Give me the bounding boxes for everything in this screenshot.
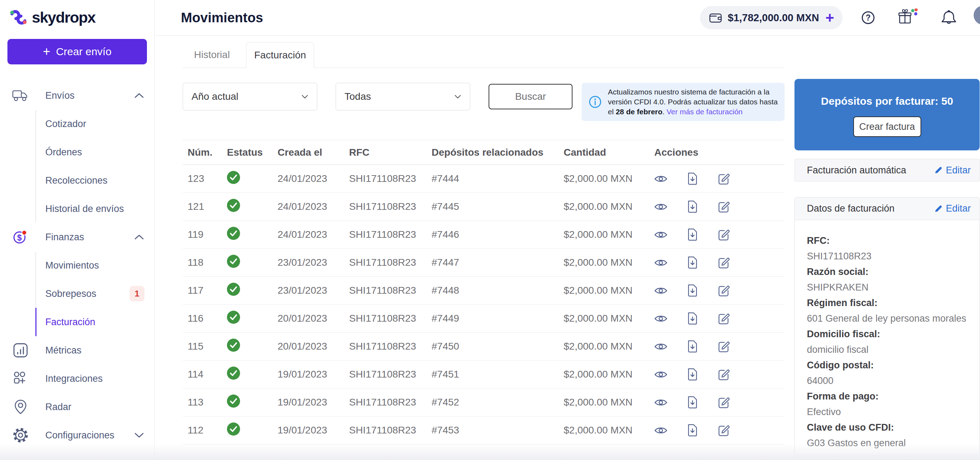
edit-icon[interactable]: [718, 396, 730, 408]
cell-deposit: #7444: [431, 173, 564, 184]
gift-icon[interactable]: [898, 8, 918, 27]
envios-subnav: Cotizador Órdenes Recolecciones Historia…: [0, 110, 154, 223]
cell-num: 121: [188, 201, 227, 212]
cell-deposit: #7448: [431, 285, 564, 296]
view-eye-icon[interactable]: [654, 202, 667, 211]
info-icon: [588, 95, 602, 109]
download-document-icon[interactable]: [687, 368, 698, 381]
view-eye-icon[interactable]: [654, 286, 667, 295]
banner-deadline: 28 de febrero: [616, 108, 662, 116]
tab-historial[interactable]: Historial: [183, 42, 241, 68]
table-row: 113 19/01/2023 SHI171108R23 #7452 $2,000…: [183, 389, 784, 417]
view-eye-icon[interactable]: [654, 398, 667, 407]
billing-data-edit-link[interactable]: Editar: [934, 203, 971, 214]
table-row: 112 19/01/2023 SHI171108R23 #7453 $2,000…: [183, 417, 784, 444]
sidebar-item-ordenes[interactable]: Órdenes: [0, 138, 154, 166]
skydropx-logo[interactable]: skydropx: [0, 0, 154, 28]
field-label: Razón social:: [807, 264, 969, 279]
col-rfc: RFC: [349, 147, 431, 158]
avatar[interactable]: [974, 6, 980, 25]
download-document-icon[interactable]: [687, 256, 698, 269]
sidebar-item-envios[interactable]: Envíos: [0, 81, 154, 110]
edit-icon[interactable]: [718, 312, 730, 325]
year-select[interactable]: Año actual: [183, 83, 317, 110]
download-document-icon[interactable]: [687, 424, 698, 437]
field-value: 64000: [807, 373, 969, 389]
col-estatus: Estatus: [227, 147, 278, 158]
edit-icon[interactable]: [718, 173, 730, 185]
field-value: Efectivo: [807, 404, 969, 420]
cell-num: 112: [188, 425, 227, 436]
download-document-icon[interactable]: [687, 312, 698, 325]
view-eye-icon[interactable]: [654, 342, 667, 351]
bell-icon[interactable]: [940, 9, 958, 26]
edit-icon[interactable]: [718, 201, 730, 213]
edit-icon[interactable]: [718, 368, 730, 381]
cell-amount: $2,000.00 MXN: [564, 201, 654, 212]
table-row: 117 23/01/2023 SHI171108R23 #7448 $2,000…: [183, 277, 784, 305]
create-shipment-button[interactable]: + Crear envío: [8, 39, 147, 64]
view-eye-icon[interactable]: [654, 258, 667, 267]
banner-link[interactable]: Ver más de facturación: [667, 108, 743, 116]
edit-icon[interactable]: [718, 257, 730, 268]
edit-icon[interactable]: [718, 228, 730, 241]
sidebar-item-finanzas[interactable]: $ Finanzas: [0, 223, 154, 251]
integrations-icon: [12, 371, 29, 386]
auto-billing-edit-link[interactable]: Editar: [934, 165, 971, 176]
sidebar-item-cotizador[interactable]: Cotizador: [0, 110, 154, 138]
help-icon[interactable]: ?: [859, 8, 877, 27]
download-document-icon[interactable]: [687, 284, 698, 297]
wallet-icon: [709, 13, 722, 23]
sidebar-item-historial-envios[interactable]: Historial de envíos: [0, 195, 154, 223]
cell-rfc: SHI171108R23: [349, 285, 431, 296]
status-badge: [227, 171, 278, 187]
sidebar: skydropx + Crear envío Envíos: [0, 0, 155, 460]
page-title: Movimientos: [181, 10, 263, 25]
sidebar-item-movimientos[interactable]: Movimientos: [0, 251, 154, 279]
view-eye-icon[interactable]: [654, 426, 667, 435]
gear-icon: [12, 427, 29, 443]
download-document-icon[interactable]: [687, 340, 698, 353]
field-label: Código postal:: [807, 357, 969, 373]
deposits-card-title: Depósitos por facturar: 50: [821, 95, 953, 107]
view-eye-icon[interactable]: [654, 314, 667, 323]
edit-icon[interactable]: [718, 340, 730, 352]
sidebar-item-facturacion[interactable]: Facturación: [0, 308, 154, 336]
auto-billing-title: Facturación automática: [807, 165, 906, 176]
view-eye-icon[interactable]: [654, 174, 667, 183]
field-label: Domicilio fiscal:: [807, 326, 969, 342]
download-document-icon[interactable]: [687, 200, 698, 213]
view-eye-icon[interactable]: [654, 230, 667, 239]
field-label: RFC:: [807, 233, 969, 248]
wallet-balance-pill[interactable]: $1,782,000.00 MXN +: [700, 6, 843, 29]
edit-icon[interactable]: [718, 284, 730, 297]
cell-num: 117: [188, 285, 227, 296]
chevron-up-icon: [135, 93, 144, 98]
sidebar-item-label: Radar: [45, 401, 72, 412]
download-document-icon[interactable]: [687, 396, 698, 409]
cell-amount: $2,000.00 MXN: [564, 341, 654, 352]
status-select[interactable]: Todas: [336, 83, 470, 110]
download-document-icon[interactable]: [687, 228, 698, 241]
cell-amount: $2,000.00 MXN: [564, 369, 654, 380]
sidebar-item-sobrepesos[interactable]: Sobrepesos 1: [0, 279, 154, 308]
status-badge: [227, 422, 278, 438]
search-button[interactable]: Buscar: [488, 84, 573, 109]
edit-icon[interactable]: [718, 424, 730, 436]
sidebar-item-label: Envíos: [45, 90, 75, 101]
cell-deposit: #7451: [431, 369, 564, 380]
cell-rfc: SHI171108R23: [349, 313, 431, 324]
add-funds-button[interactable]: +: [825, 11, 834, 24]
sidebar-item-configuraciones[interactable]: Configuraciones: [0, 421, 154, 449]
sidebar-item-metricas[interactable]: Métricas: [0, 336, 154, 365]
tab-facturacion[interactable]: Facturación: [246, 42, 314, 68]
sidebar-item-radar[interactable]: Radar: [0, 393, 154, 421]
sidebar-item-recolecciones[interactable]: Recolecciones: [0, 166, 154, 195]
sidebar-item-integraciones[interactable]: Integraciones: [0, 365, 154, 393]
view-eye-icon[interactable]: [654, 370, 667, 379]
create-invoice-button[interactable]: Crear factura: [853, 116, 921, 137]
pencil-icon: [934, 166, 942, 174]
download-document-icon[interactable]: [687, 172, 698, 185]
content-right: Depósitos por facturar: 50 Crear factura…: [784, 36, 980, 460]
table-row: 119 24/01/2023 SHI171108R23 #7446 $2,000…: [183, 221, 784, 249]
